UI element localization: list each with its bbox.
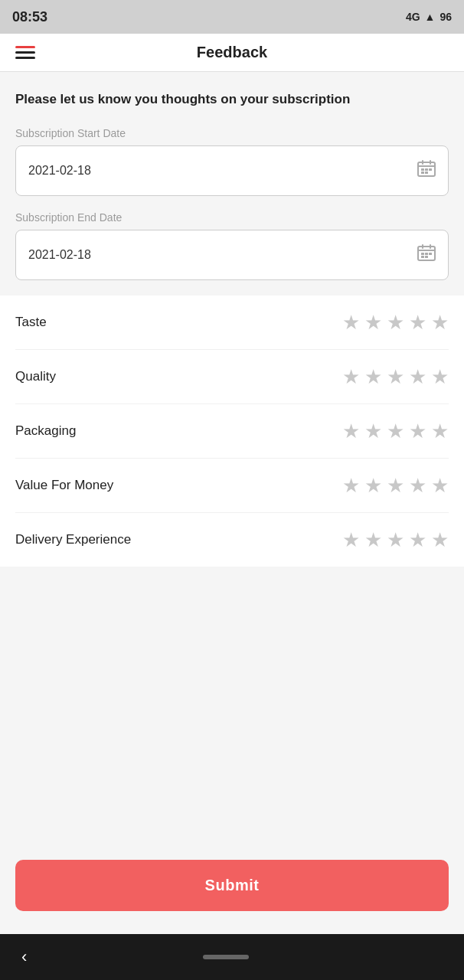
star-delivery-3[interactable]: ★	[387, 530, 404, 550]
star-taste-1[interactable]: ★	[342, 312, 360, 332]
rating-row-delivery: Delivery Experience★★★★★	[15, 513, 449, 567]
start-date-label: Subscription Start Date	[15, 127, 449, 139]
stars-quality[interactable]: ★★★★★	[342, 367, 449, 387]
svg-rect-16	[421, 256, 424, 258]
svg-rect-15	[429, 253, 432, 255]
rating-label-delivery: Delivery Experience	[15, 532, 131, 547]
stars-value[interactable]: ★★★★★	[342, 475, 449, 495]
star-packaging-4[interactable]: ★	[409, 421, 426, 441]
header: Feedback	[0, 34, 464, 72]
star-quality-5[interactable]: ★	[431, 367, 449, 387]
nav-bar: ‹	[0, 934, 464, 980]
star-value-3[interactable]: ★	[387, 475, 404, 495]
rating-row-quality: Quality★★★★★	[15, 350, 449, 404]
back-button[interactable]: ‹	[15, 941, 33, 973]
status-icons: 4G ▲ 96	[406, 11, 452, 23]
star-quality-1[interactable]: ★	[342, 367, 360, 387]
star-quality-4[interactable]: ★	[409, 367, 426, 387]
star-taste-5[interactable]: ★	[431, 312, 449, 332]
svg-rect-7	[421, 172, 424, 174]
star-taste-3[interactable]: ★	[387, 312, 404, 332]
hamburger-menu-icon[interactable]	[15, 46, 35, 59]
submit-button[interactable]: Submit	[15, 860, 449, 911]
svg-rect-13	[421, 253, 424, 255]
network-icon: 4G	[406, 11, 420, 23]
star-delivery-1[interactable]: ★	[342, 530, 360, 550]
svg-rect-8	[425, 172, 428, 174]
start-date-value: 2021-02-18	[28, 164, 91, 178]
star-taste-2[interactable]: ★	[364, 312, 382, 332]
end-date-value: 2021-02-18	[28, 248, 91, 262]
signal-bars-icon: ▲	[425, 11, 436, 23]
star-taste-4[interactable]: ★	[409, 312, 426, 332]
star-packaging-3[interactable]: ★	[387, 421, 404, 441]
rating-label-taste: Taste	[15, 315, 47, 330]
svg-rect-6	[429, 168, 432, 171]
star-value-1[interactable]: ★	[342, 475, 360, 495]
star-packaging-5[interactable]: ★	[431, 421, 449, 441]
star-packaging-2[interactable]: ★	[364, 421, 382, 441]
calendar-icon-start	[417, 160, 436, 181]
star-value-4[interactable]: ★	[409, 475, 426, 495]
svg-rect-4	[421, 168, 424, 171]
end-date-label: Subscription End Date	[15, 211, 449, 224]
svg-rect-5	[425, 168, 428, 171]
main-content: Please let us know you thoughts on your …	[0, 72, 464, 844]
calendar-icon-end	[417, 244, 436, 266]
star-delivery-4[interactable]: ★	[409, 530, 426, 550]
star-delivery-5[interactable]: ★	[431, 530, 449, 550]
end-date-field[interactable]: 2021-02-18	[15, 230, 449, 280]
rating-row-taste: Taste★★★★★	[15, 296, 449, 350]
star-quality-3[interactable]: ★	[387, 367, 404, 387]
star-value-5[interactable]: ★	[431, 475, 449, 495]
svg-rect-14	[425, 253, 428, 255]
rating-label-value: Value For Money	[15, 478, 113, 493]
stars-taste[interactable]: ★★★★★	[342, 312, 449, 332]
star-value-2[interactable]: ★	[364, 475, 382, 495]
submit-area: Submit	[0, 844, 464, 934]
star-packaging-1[interactable]: ★	[342, 421, 360, 441]
status-bar: 08:53 4G ▲ 96	[0, 0, 464, 34]
star-quality-2[interactable]: ★	[364, 367, 382, 387]
page-title: Feedback	[197, 44, 267, 61]
star-delivery-2[interactable]: ★	[364, 530, 382, 550]
svg-rect-17	[425, 256, 428, 258]
rating-section: Taste★★★★★Quality★★★★★Packaging★★★★★Valu…	[0, 296, 464, 567]
stars-packaging[interactable]: ★★★★★	[342, 421, 449, 441]
nav-pill	[203, 955, 249, 959]
stars-delivery[interactable]: ★★★★★	[342, 530, 449, 550]
rating-label-quality: Quality	[15, 369, 56, 384]
start-date-field[interactable]: 2021-02-18	[15, 145, 449, 196]
battery-level: 96	[439, 11, 452, 23]
section-heading: Please let us know you thoughts on your …	[15, 90, 449, 109]
rating-row-packaging: Packaging★★★★★	[15, 404, 449, 459]
rating-row-value: Value For Money★★★★★	[15, 459, 449, 513]
rating-label-packaging: Packaging	[15, 423, 76, 439]
status-time: 08:53	[12, 9, 47, 25]
